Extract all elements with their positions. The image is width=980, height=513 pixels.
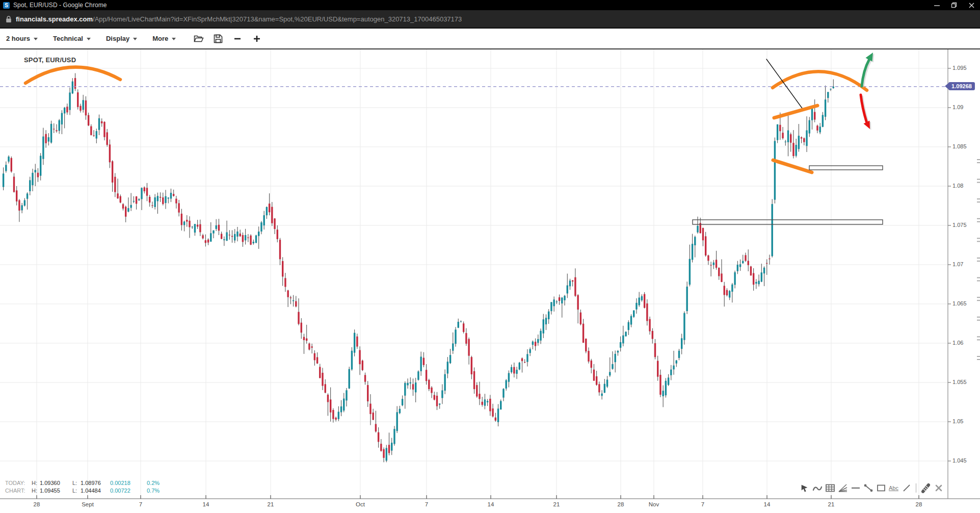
restore-button[interactable] <box>945 0 963 10</box>
fan-lines-icon <box>838 483 848 493</box>
chart-top-border <box>0 48 980 49</box>
resistance-box-upper[interactable] <box>809 166 883 170</box>
current-price-badge: 1.09268 <box>948 82 975 90</box>
trend-line-icon <box>863 483 873 493</box>
lock-icon <box>6 15 12 23</box>
today-stats-row: TODAY: H: 1.09360 L: 1.08976 0.00218 0.2… <box>5 479 167 487</box>
url-text: financials.spreadex.com/App/Home/LiveCha… <box>16 15 462 23</box>
zoom-out-button[interactable] <box>232 33 243 44</box>
close-button[interactable] <box>963 0 980 10</box>
chart-high-label: H: <box>32 487 40 495</box>
address-bar[interactable]: financials.spreadex.com/App/Home/LiveCha… <box>0 10 980 29</box>
rectangle-icon <box>876 483 886 493</box>
browser-window: S Spot, EUR/USD - Google Chrome financia… <box>0 0 980 513</box>
interval-dropdown[interactable]: 2 hours <box>6 35 38 42</box>
chart-stats-row: CHART: H: 1.09455 L: 1.04484 0.00722 0.7… <box>5 487 167 495</box>
rectangle-tool[interactable] <box>876 482 886 494</box>
date-axis-label: 28 <box>618 501 624 507</box>
horizontal-line-tool[interactable] <box>850 482 861 494</box>
minimize-icon <box>934 3 940 8</box>
gridlines <box>0 49 948 499</box>
date-axis-label: Oct <box>356 501 365 507</box>
chart-label: CHART: <box>5 487 32 495</box>
trend-segment-lower[interactable] <box>773 160 812 172</box>
curve-icon <box>812 483 823 493</box>
chevron-down-icon <box>172 38 176 40</box>
annotations <box>25 53 883 224</box>
rounding-top-left[interactable] <box>25 67 120 83</box>
chevron-down-icon <box>87 38 91 40</box>
date-axis-label: 14 <box>764 501 771 507</box>
drawing-toolbar: Abc <box>799 482 946 494</box>
resistance-box-lower[interactable] <box>693 220 883 224</box>
chart-low-value: 1.04484 <box>81 487 107 495</box>
grid-icon <box>825 483 835 493</box>
price-axis-label: 1.095 <box>952 65 967 71</box>
url-domain: financials.spreadex.com <box>16 15 93 23</box>
text-tool-icon: Abc <box>889 485 898 491</box>
today-high-value: 1.09360 <box>40 479 66 487</box>
save-chart-button[interactable] <box>213 33 224 44</box>
technical-dropdown[interactable]: Technical <box>53 35 91 42</box>
horizontal-line-icon <box>851 483 861 493</box>
restore-icon <box>951 2 957 8</box>
pencil-tool[interactable] <box>920 482 931 494</box>
session-stats: TODAY: H: 1.09360 L: 1.08976 0.00218 0.2… <box>5 479 167 495</box>
grid-tool[interactable] <box>825 482 835 494</box>
date-axis-label: 28 <box>916 501 922 507</box>
price-axis-label: 1.05 <box>952 418 963 424</box>
date-axis-label: 7 <box>425 501 428 507</box>
price-axis-label: 1.075 <box>952 222 967 228</box>
trend-line-tool[interactable] <box>863 482 873 494</box>
scenario-down-arrow[interactable] <box>861 95 871 130</box>
today-low-value: 1.08976 <box>81 479 107 487</box>
date-axis-label: 21 <box>553 501 560 507</box>
date-axis-label: Nov <box>649 501 659 507</box>
more-dropdown[interactable]: More <box>152 35 176 42</box>
fan-lines-tool[interactable] <box>837 482 848 494</box>
chart-change-value: 0.00722 <box>110 487 139 495</box>
diagonal-line-tool[interactable] <box>901 482 912 494</box>
cursor-arrow-icon <box>800 483 809 493</box>
today-label: TODAY: <box>5 479 32 487</box>
price-axis-label: 1.065 <box>952 300 967 306</box>
price-axis-label: 1.045 <box>952 457 967 464</box>
text-tool[interactable]: Abc <box>888 482 899 494</box>
cursor-arrow-tool[interactable] <box>799 482 810 494</box>
price-axis-label: 1.085 <box>952 143 967 149</box>
open-chart-button[interactable] <box>193 33 204 44</box>
chart-toolbar: 2 hours Technical Display More <box>0 29 980 48</box>
display-dropdown[interactable]: Display <box>106 35 137 42</box>
today-change-value: 0.00218 <box>110 479 139 487</box>
pointer-line[interactable] <box>766 59 803 110</box>
date-axis-label: 14 <box>488 501 494 507</box>
title-bar: S Spot, EUR/USD - Google Chrome <box>0 0 980 10</box>
date-axis-label: Sept <box>82 501 94 507</box>
axes <box>0 49 980 499</box>
chart-low-label: L: <box>72 487 81 495</box>
minimize-button[interactable] <box>928 0 945 10</box>
interval-dropdown-label: 2 hours <box>6 35 30 42</box>
chevron-down-icon <box>34 38 38 40</box>
price-axis-label: 1.08 <box>952 183 963 189</box>
delete-x-icon <box>935 484 943 492</box>
curve-tool[interactable] <box>812 482 823 494</box>
zoom-in-button[interactable] <box>251 33 262 44</box>
save-icon <box>214 34 223 43</box>
url-path: /App/Home/LiveChartMain?id=XFinSprMchMkt… <box>93 15 462 23</box>
candlestick-series <box>3 73 834 463</box>
scenario-up-arrow[interactable] <box>862 53 875 87</box>
spreadex-logo-icon: S <box>3 2 10 9</box>
close-icon <box>969 3 974 8</box>
price-axis-label: 1.09 <box>952 104 963 110</box>
chart-symbol-title: SPOT, EUR/USD <box>24 56 76 64</box>
price-axis-label: 1.07 <box>952 261 963 267</box>
chart-canvas[interactable] <box>0 48 980 513</box>
chevron-down-icon <box>133 38 137 40</box>
pencil-icon <box>921 483 931 493</box>
date-axis-label: 28 <box>34 501 40 507</box>
chart-high-value: 1.09455 <box>40 487 66 495</box>
today-high-label: H: <box>32 479 40 487</box>
chart-change-percent: 0.7% <box>147 487 167 495</box>
delete-tool[interactable] <box>933 482 944 494</box>
